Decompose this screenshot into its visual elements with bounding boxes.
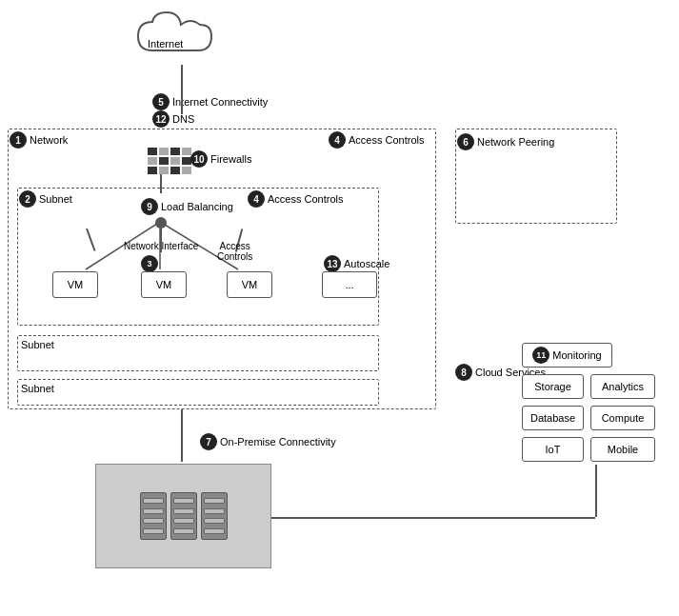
vm2-box: VM bbox=[141, 271, 187, 298]
autoscale-box: ... bbox=[322, 271, 377, 298]
line-to-network bbox=[181, 93, 183, 114]
internet-label: Internet bbox=[148, 38, 183, 50]
vm3-box: VM bbox=[227, 271, 272, 298]
badge3-label: 3 bbox=[141, 255, 161, 272]
network-peering-label: 6 Network Peering bbox=[457, 133, 554, 150]
subnet2-label: Subnet bbox=[21, 339, 54, 350]
access-controls-top-label: 4 Access Controls bbox=[329, 131, 424, 149]
firewalls-label: 10 Firewalls bbox=[190, 150, 251, 168]
vm1-box: VM bbox=[52, 271, 98, 298]
iot-box: IoT bbox=[522, 437, 584, 462]
network-interface-label: Network Interface bbox=[124, 241, 198, 251]
monitoring-box: 11 Monitoring bbox=[522, 343, 612, 368]
line-to-onprem bbox=[181, 409, 183, 462]
cloud-line bbox=[181, 65, 183, 93]
mobile-box: Mobile bbox=[590, 437, 655, 462]
internet-connectivity-label: 5 Internet Connectivity bbox=[152, 93, 268, 110]
server-rack-icon bbox=[140, 492, 228, 540]
analytics-box: Analytics bbox=[590, 374, 655, 399]
cloud-icon bbox=[133, 8, 229, 65]
network-label: 1 Network bbox=[10, 131, 68, 149]
access-controls-subnet-label: 4 Access Controls bbox=[248, 190, 343, 208]
subnet3-box bbox=[17, 379, 379, 406]
subnet2-box bbox=[17, 335, 379, 371]
on-premise-label: 7 On-Premise Connectivity bbox=[200, 433, 336, 450]
subnet3-label: Subnet bbox=[21, 383, 54, 394]
firewall-icon bbox=[148, 148, 191, 174]
subnet-label: 2 Subnet bbox=[19, 190, 72, 208]
access-controls-middle: Access Controls bbox=[217, 241, 252, 262]
compute-box: Compute bbox=[590, 406, 655, 430]
database-box: Database bbox=[522, 406, 584, 430]
diagram: Internet 5 Internet Connectivity 12 DNS … bbox=[0, 0, 679, 616]
load-balancing-label: 9 Load Balancing bbox=[141, 198, 233, 215]
dns-label: 12 DNS bbox=[152, 110, 194, 128]
onprem-box bbox=[95, 464, 271, 568]
line-cloud-services-down bbox=[595, 465, 597, 517]
line-onprem-cloud bbox=[271, 517, 595, 519]
autoscale-label: 13 Autoscale bbox=[324, 255, 389, 272]
storage-box: Storage bbox=[522, 374, 584, 399]
